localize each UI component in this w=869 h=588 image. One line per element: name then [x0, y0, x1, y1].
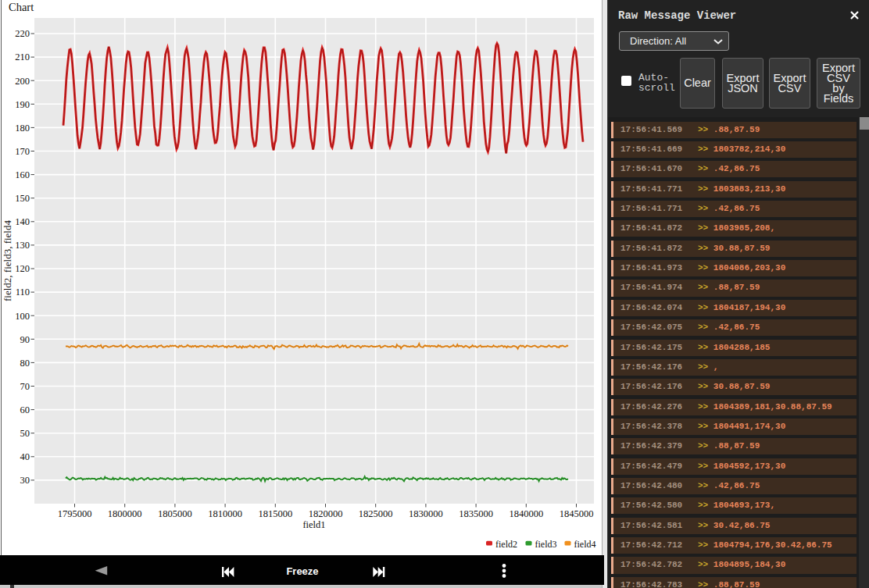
svg-text:30: 30 — [20, 475, 30, 486]
svg-text:70: 70 — [20, 381, 30, 392]
svg-text:180: 180 — [15, 123, 30, 134]
svg-text:200: 200 — [15, 76, 30, 87]
svg-text:60: 60 — [20, 404, 30, 415]
svg-text:1820000: 1820000 — [309, 508, 343, 519]
svg-text:120: 120 — [15, 263, 30, 274]
svg-text:1840000: 1840000 — [509, 508, 543, 519]
svg-text:field1: field1 — [302, 519, 325, 530]
svg-text:50: 50 — [20, 428, 30, 439]
svg-text:1825000: 1825000 — [359, 508, 393, 519]
svg-text:210: 210 — [15, 52, 30, 62]
svg-text:1830000: 1830000 — [409, 508, 443, 519]
svg-text:170: 170 — [15, 146, 30, 157]
svg-text:1810000: 1810000 — [208, 508, 242, 519]
svg-text:110: 110 — [16, 287, 30, 298]
svg-text:Chart: Chart — [9, 1, 34, 13]
svg-text:40: 40 — [20, 451, 30, 462]
svg-text:1795000: 1795000 — [58, 508, 92, 519]
svg-text:100: 100 — [15, 311, 30, 322]
svg-text:field2: field2 — [495, 539, 517, 550]
svg-text:140: 140 — [15, 216, 30, 227]
svg-text:field2, field3, field4: field2, field3, field4 — [2, 220, 13, 301]
svg-text:90: 90 — [20, 334, 30, 345]
svg-text:130: 130 — [15, 240, 30, 251]
svg-text:80: 80 — [20, 358, 30, 369]
svg-text:150: 150 — [15, 193, 30, 204]
svg-text:1800000: 1800000 — [108, 508, 142, 519]
svg-text:1845000: 1845000 — [560, 508, 594, 519]
svg-text:1815000: 1815000 — [258, 508, 292, 519]
svg-text:field4: field4 — [574, 539, 596, 550]
svg-text:1835000: 1835000 — [459, 508, 493, 519]
svg-text:220: 220 — [15, 28, 30, 39]
svg-text:1805000: 1805000 — [158, 508, 192, 519]
svg-text:190: 190 — [15, 99, 30, 110]
svg-text:field3: field3 — [535, 539, 557, 550]
svg-text:160: 160 — [15, 169, 30, 180]
